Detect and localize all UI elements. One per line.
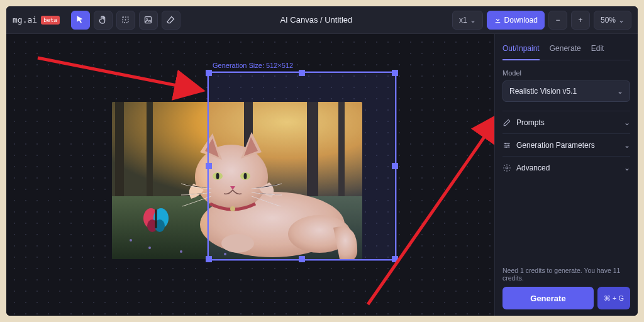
chevron-down-icon: ⌄: [470, 16, 476, 25]
hand-icon: [98, 15, 108, 25]
panel-tabs: Out/Inpaint Generate Edit: [502, 40, 630, 60]
section-parameters-label: Generation Parameters: [516, 141, 595, 150]
chevron-down-icon: ⌄: [617, 87, 623, 96]
generate-hotkey[interactable]: ⌘ + G: [597, 287, 630, 309]
tab-generate[interactable]: Generate: [550, 40, 581, 60]
eraser-icon: [166, 15, 175, 25]
model-value: Realistic Vision v5.1: [509, 87, 577, 96]
generate-button[interactable]: Generate: [502, 287, 594, 309]
resize-handle-br[interactable]: [392, 256, 398, 262]
svg-point-35: [506, 146, 507, 147]
resize-handle-bl[interactable]: [206, 256, 212, 262]
svg-point-11: [130, 239, 132, 242]
zoom-pct-select[interactable]: 50% ⌄: [594, 11, 631, 30]
topbar-right: x1 ⌄ Download − + 50% ⌄: [452, 11, 631, 30]
section-parameters[interactable]: Generation Parameters ⌄: [502, 133, 630, 156]
selection-size-label: Generation Size: 512×512: [213, 62, 293, 69]
hand-tool[interactable]: [94, 11, 113, 30]
generate-label: Generate: [530, 294, 565, 303]
chevron-down-icon: ⌄: [624, 141, 630, 150]
svg-line-31: [38, 58, 203, 91]
tab-outinpaint[interactable]: Out/Inpaint: [502, 40, 540, 60]
generation-selection[interactable]: Generation Size: 512×512: [208, 72, 396, 260]
resize-handle-tr[interactable]: [392, 70, 398, 76]
download-icon: [494, 16, 502, 24]
image-icon: [143, 15, 153, 25]
generate-row: Generate ⌘ + G: [502, 287, 630, 309]
zoom-pct-label: 50%: [601, 16, 616, 25]
brand-name: mg.ai: [13, 15, 37, 25]
gear-icon: [502, 164, 511, 172]
resize-handle-ml[interactable]: [206, 163, 212, 169]
svg-point-13: [180, 250, 182, 253]
resize-handle-tl[interactable]: [206, 70, 212, 76]
tool-group: [71, 11, 180, 30]
svg-point-33: [505, 142, 506, 143]
credits-text: Need 1 credits to generate. You have 11 …: [502, 267, 630, 282]
frame-icon: [121, 15, 130, 25]
download-button[interactable]: Download: [487, 11, 545, 30]
svg-rect-21: [155, 209, 157, 228]
svg-point-36: [506, 167, 508, 169]
svg-point-1: [125, 19, 126, 21]
erase-tool[interactable]: [162, 11, 180, 30]
zoom-in-button[interactable]: +: [571, 11, 590, 30]
section-prompts[interactable]: Prompts ⌄: [502, 111, 630, 133]
cursor-tool[interactable]: [71, 11, 90, 30]
zoom-mult-select[interactable]: x1 ⌄: [452, 11, 483, 30]
svg-point-12: [148, 247, 151, 249]
frame-tool[interactable]: [116, 11, 135, 30]
svg-point-3: [147, 18, 148, 19]
top-bar: mg.ai beta AI Canvas / Untitled x1: [6, 6, 638, 34]
resize-handle-mr[interactable]: [392, 163, 398, 169]
brand: mg.ai beta: [13, 15, 60, 25]
right-panel: Out/Inpaint Generate Edit Model Realisti…: [494, 34, 638, 316]
tab-edit[interactable]: Edit: [591, 40, 604, 60]
chevron-down-icon: ⌄: [624, 118, 630, 127]
cursor-icon: [75, 15, 85, 25]
resize-handle-tm[interactable]: [299, 70, 305, 76]
chevron-down-icon: ⌄: [624, 164, 630, 172]
annotation-arrow-1: [38, 57, 214, 103]
edit-icon: [502, 118, 511, 127]
zoom-out-button[interactable]: −: [548, 11, 567, 30]
resize-handle-bm[interactable]: [299, 256, 305, 262]
beta-badge: beta: [41, 16, 60, 25]
svg-point-34: [508, 144, 509, 145]
model-label: Model: [502, 69, 630, 77]
chevron-down-icon: ⌄: [618, 16, 625, 25]
hotkey-label: ⌘ + G: [604, 294, 624, 303]
sliders-icon: [502, 141, 511, 150]
download-label: Download: [504, 16, 538, 25]
svg-rect-6: [147, 102, 153, 203]
section-advanced[interactable]: Advanced ⌄: [502, 156, 630, 179]
image-tool[interactable]: [139, 11, 158, 30]
section-advanced-label: Advanced: [516, 164, 550, 172]
zoom-mult-label: x1: [459, 16, 467, 25]
svg-rect-5: [115, 102, 124, 203]
app-window: mg.ai beta AI Canvas / Untitled x1: [6, 6, 638, 316]
section-prompts-label: Prompts: [516, 118, 545, 127]
canvas[interactable]: Generation Size: 512×512: [6, 34, 494, 316]
main: Generation Size: 512×512: [6, 34, 638, 316]
model-select[interactable]: Realistic Vision v5.1 ⌄: [502, 80, 630, 102]
page-title: AI Canvas / Untitled: [186, 15, 447, 25]
